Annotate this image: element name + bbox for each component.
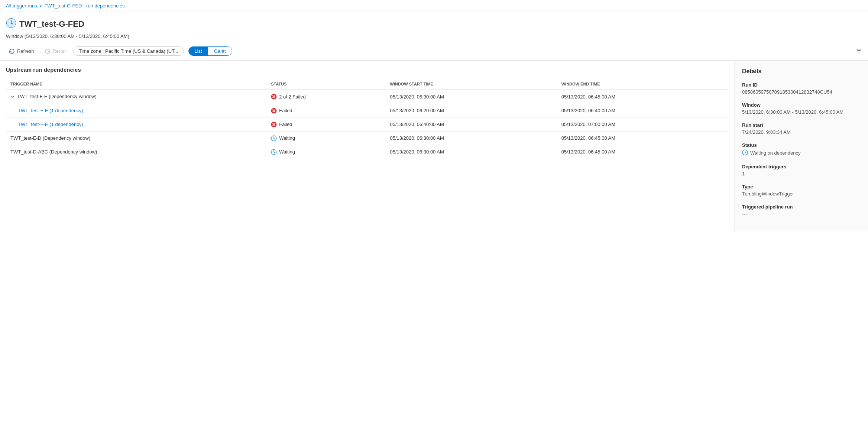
list-view-button[interactable]: List [189, 47, 208, 55]
clock-icon [6, 18, 16, 30]
window-section: Window 5/13/2020, 6:30:00 AM - 5/13/2020… [742, 102, 861, 115]
cell-window-end: 05/13/2020, 06:45:00 AM [557, 90, 728, 104]
section-title: Upstream run dependencies [6, 67, 728, 73]
cell-window-start: 05/13/2020, 06:40:00 AM [385, 117, 557, 131]
trigger-link[interactable]: TWT_test-F-E (1 dependency) [18, 108, 83, 113]
col-trigger-name: TRIGGER NAME [6, 79, 266, 90]
cell-trigger-name[interactable]: TWT_test-F-E (1 dependency) [6, 117, 266, 131]
table-header-row: TRIGGER NAME STATUS WINDOW START TIME WI… [6, 79, 728, 90]
breadcrumb-separator: > [39, 3, 42, 9]
window-value: 5/13/2020, 6:30:00 AM - 5/13/2020, 6:45:… [742, 109, 861, 115]
run-id-label: Run ID [742, 82, 861, 88]
status-text: Failed [279, 122, 292, 127]
filter-icon[interactable] [855, 47, 862, 55]
cell-window-end: 05/13/2020, 06:45:00 AM [557, 131, 728, 145]
rerun-label: Rerun [53, 48, 66, 54]
refresh-button[interactable]: Refresh [6, 47, 37, 56]
breadcrumb-parent[interactable]: All trigger runs [6, 3, 37, 9]
waiting-icon [271, 135, 277, 141]
window-label: Window [742, 102, 861, 108]
view-toggle: List Gantt [188, 46, 232, 56]
status-text: Failed [279, 108, 292, 113]
col-window-end: WINDOW END TIME [557, 79, 728, 90]
cell-status: Failed [266, 117, 385, 131]
status-label: Status [742, 142, 861, 148]
failed-icon [271, 108, 277, 114]
status-clock-icon [742, 149, 748, 156]
table-row: TWT_test-E-D (Dependency window) Waiting… [6, 131, 728, 145]
status-text: Waiting on dependency [750, 150, 800, 156]
gantt-view-button[interactable]: Gantt [208, 47, 232, 55]
breadcrumb: All trigger runs > TWT_test-G-FED - run … [0, 0, 868, 12]
type-label: Type [742, 184, 861, 190]
cell-trigger-name: TWT_test-F-E (Dependency window) [6, 90, 266, 104]
run-start-label: Run start [742, 122, 861, 128]
refresh-label: Refresh [17, 48, 34, 54]
main-content: Upstream run dependencies TRIGGER NAME S… [0, 61, 868, 232]
trigger-link[interactable]: TWT_test-F-E (1 dependency) [18, 122, 83, 127]
page-title-text: TWT_test-G-FED [19, 19, 84, 29]
dependencies-table: TRIGGER NAME STATUS WINDOW START TIME WI… [6, 79, 728, 159]
timezone-button[interactable]: Time zone : Pacific Time (US & Canada) (… [73, 46, 184, 56]
cell-window-end: 05/13/2020, 06:40:00 AM [557, 104, 728, 117]
status-text: Waiting [279, 135, 295, 141]
chevron-down-icon [10, 94, 15, 99]
refresh-icon [9, 48, 15, 54]
cell-window-start: 05/13/2020, 06:30:00 AM [385, 90, 557, 104]
dependent-triggers-section: Dependent triggers 1 [742, 164, 861, 177]
cell-window-start: 05/13/2020, 06:20:00 AM [385, 104, 557, 117]
cell-window-start: 05/13/2020, 06:30:00 AM [385, 131, 557, 145]
cell-window-end: 05/13/2020, 06:45:00 AM [557, 145, 728, 159]
svg-point-5 [11, 23, 12, 24]
triggered-pipeline-label: Triggered pipeline run [742, 204, 861, 210]
cell-status: 2 of 2 Failed [266, 90, 385, 104]
details-title: Details [742, 68, 861, 75]
rerun-icon [45, 48, 51, 54]
type-section: Type TumblingWindowTrigger [742, 184, 861, 197]
run-id-section: Run ID 08586059750709185300412832748CU54 [742, 82, 861, 95]
cell-status: Failed [266, 104, 385, 117]
cell-trigger-name: TWT_test-E-D (Dependency window) [6, 131, 266, 145]
collapse-button[interactable]: TWT_test-F-E (Dependency window) [10, 94, 97, 99]
run-start-value: 7/24/2020, 9:03:34 AM [742, 129, 861, 135]
failed-icon [271, 122, 277, 127]
table-row: TWT_test-F-E (1 dependency) Failed05/13/… [6, 117, 728, 131]
table-row: TWT_test-F-E (1 dependency) Failed05/13/… [6, 104, 728, 117]
toolbar: Refresh Rerun Time zone : Pacific Time (… [0, 46, 868, 61]
triggered-pipeline-value: --- [742, 211, 861, 217]
table-row: TWT_test-F-E (Dependency window) 2 of 2 … [6, 90, 728, 104]
cell-trigger-name[interactable]: TWT_test-F-E (1 dependency) [6, 104, 266, 117]
col-status: STATUS [266, 79, 385, 90]
cell-status: Waiting [266, 131, 385, 145]
failed-icon [271, 94, 277, 100]
cell-window-start: 05/13/2020, 06:30:00 AM [385, 145, 557, 159]
cell-window-end: 05/13/2020, 07:00:00 AM [557, 117, 728, 131]
dependent-triggers-value: 1 [742, 171, 861, 177]
status-text: 2 of 2 Failed [279, 94, 306, 100]
page-title: TWT_test-G-FED [6, 18, 862, 30]
window-info: Window (5/13/2020, 6:30:00 AM - 5/13/202… [6, 33, 862, 39]
page-header: TWT_test-G-FED Window (5/13/2020, 6:30:0… [0, 12, 868, 46]
waiting-icon [271, 149, 277, 155]
cell-status: Waiting [266, 145, 385, 159]
right-panel: Details Run ID 0858605975070918530041283… [734, 61, 868, 232]
run-id-value: 08586059750709185300412832748CU54 [742, 89, 861, 95]
type-value: TumblingWindowTrigger [742, 191, 861, 197]
dependent-triggers-label: Dependent triggers [742, 164, 861, 169]
table-row: TWT_test-D-ABC (Dependency window) Waiti… [6, 145, 728, 159]
status-value: Waiting on dependency [742, 149, 861, 156]
status-text: Waiting [279, 149, 295, 155]
status-section: Status Waiting on dependency [742, 142, 861, 156]
run-start-section: Run start 7/24/2020, 9:03:34 AM [742, 122, 861, 135]
rerun-button[interactable]: Rerun [42, 47, 69, 56]
left-panel: Upstream run dependencies TRIGGER NAME S… [0, 61, 734, 232]
cell-trigger-name: TWT_test-D-ABC (Dependency window) [6, 145, 266, 159]
col-window-start: WINDOW START TIME [385, 79, 557, 90]
triggered-pipeline-section: Triggered pipeline run --- [742, 204, 861, 217]
breadcrumb-current: TWT_test-G-FED - run dependencies [44, 3, 124, 9]
